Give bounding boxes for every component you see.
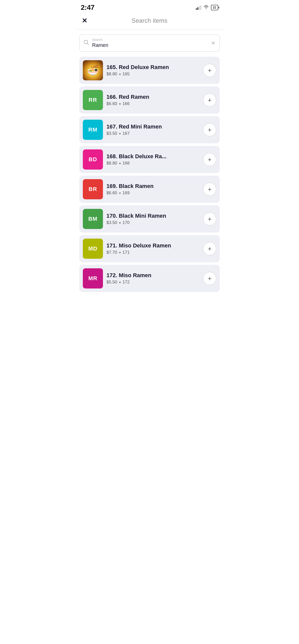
item-avatar: BR: [83, 179, 103, 199]
list-item: BR 169. Black Ramen $6.60 169 +: [79, 176, 220, 203]
item-name: 169. Black Ramen: [106, 183, 200, 190]
add-item-button[interactable]: +: [203, 123, 216, 136]
item-info: 167. Red Mini Ramen $3.50 167: [106, 123, 200, 136]
add-item-button[interactable]: +: [203, 242, 216, 255]
item-price: $6.60: [106, 101, 117, 106]
add-item-button[interactable]: +: [203, 153, 216, 166]
list-item: MD 171. Miso Deluxe Ramen $7.70 171 +: [79, 235, 220, 262]
search-container: Search Ramen ✕: [75, 29, 224, 54]
item-info: 166. Red Ramen $6.60 166: [106, 93, 200, 107]
status-icons: 21: [196, 5, 218, 10]
list-item: RM 167. Red Mini Ramen $3.50 167 +: [79, 116, 220, 143]
item-meta: $8.80 165: [106, 72, 200, 77]
item-dot: [119, 192, 121, 194]
item-info: 172. Miso Ramen $5.50 172: [106, 272, 200, 285]
item-dot: [119, 133, 121, 134]
item-dot: [119, 103, 121, 105]
wifi-icon: [203, 5, 209, 10]
item-avatar: MD: [83, 239, 103, 259]
page-header: ✕ Search items: [75, 14, 224, 29]
item-dot: [119, 222, 121, 223]
item-code: 171: [123, 250, 130, 255]
item-info: 169. Black Ramen $6.60 169: [106, 183, 200, 196]
item-meta: $3.50 170: [106, 220, 200, 225]
item-meta: $3.50 167: [106, 131, 200, 136]
item-name: 172. Miso Ramen: [106, 272, 200, 279]
status-time: 2:47: [81, 4, 94, 12]
item-dot: [119, 163, 121, 164]
svg-line-1: [87, 43, 89, 45]
item-name: 168. Black Deluxe Ra...: [106, 153, 200, 160]
item-meta: $6.60 169: [106, 190, 200, 196]
list-item: RR 166. Red Ramen $6.60 166 +: [79, 86, 220, 114]
items-list: 165. Red Deluxe Ramen $8.80 165 + RR 166…: [75, 54, 224, 297]
item-code: 169: [123, 190, 130, 196]
item-name: 170. Black Mini Ramen: [106, 212, 200, 219]
search-input-area[interactable]: Search Ramen: [92, 38, 208, 48]
item-price: $6.60: [106, 190, 117, 196]
list-item: BD 168. Black Deluxe Ra... $8.80 168 +: [79, 146, 220, 173]
add-item-button[interactable]: +: [203, 272, 216, 285]
item-code: 168: [123, 161, 130, 166]
add-item-button[interactable]: +: [203, 93, 216, 107]
battery-level: 21: [213, 6, 216, 9]
item-info: 170. Black Mini Ramen $3.50 170: [106, 212, 200, 226]
item-meta: $5.50 172: [106, 280, 200, 285]
item-avatar: [83, 60, 103, 80]
search-icon: [84, 40, 89, 46]
item-dot: [119, 74, 121, 75]
item-price: $8.80: [106, 72, 117, 77]
item-name: 167. Red Mini Ramen: [106, 123, 200, 130]
item-info: 165. Red Deluxe Ramen $8.80 165: [106, 64, 200, 77]
item-info: 168. Black Deluxe Ra... $8.80 168: [106, 153, 200, 166]
item-code: 172: [123, 280, 130, 285]
add-item-button[interactable]: +: [203, 212, 216, 226]
item-price: $5.50: [106, 280, 117, 285]
item-avatar: MR: [83, 268, 103, 288]
item-meta: $8.80 168: [106, 161, 200, 166]
item-avatar: RR: [83, 90, 103, 110]
item-avatar: BD: [83, 149, 103, 170]
item-avatar: RM: [83, 120, 103, 140]
page-title: Search items: [132, 17, 167, 24]
search-box[interactable]: Search Ramen ✕: [79, 35, 220, 52]
add-item-button[interactable]: +: [203, 64, 216, 77]
status-bar: 2:47 21: [75, 0, 224, 14]
add-item-button[interactable]: +: [203, 183, 216, 196]
item-meta: $6.60 166: [106, 101, 200, 106]
close-button[interactable]: ✕: [81, 16, 88, 25]
item-price: $3.50: [106, 220, 117, 225]
item-name: 171. Miso Deluxe Ramen: [106, 242, 200, 249]
item-avatar: BM: [83, 209, 103, 229]
item-code: 166: [123, 101, 130, 106]
item-meta: $7.70 171: [106, 250, 200, 255]
item-price: $3.50: [106, 131, 117, 136]
item-dot: [119, 252, 121, 253]
search-clear-button[interactable]: ✕: [211, 40, 215, 46]
item-dot: [119, 282, 121, 283]
search-label: Search: [92, 38, 208, 42]
list-item: BM 170. Black Mini Ramen $3.50 170 +: [79, 205, 220, 233]
item-code: 170: [123, 220, 130, 225]
list-item: MR 172. Miso Ramen $5.50 172 +: [79, 265, 220, 292]
battery-icon: 21: [211, 5, 218, 10]
item-name: 165. Red Deluxe Ramen: [106, 64, 200, 71]
item-code: 165: [123, 72, 130, 77]
search-value: Ramen: [92, 42, 208, 48]
item-price: $7.70: [106, 250, 117, 255]
item-code: 167: [123, 131, 130, 136]
item-price: $8.80: [106, 161, 117, 166]
list-item: 165. Red Deluxe Ramen $8.80 165 +: [79, 57, 220, 84]
signal-icon: [196, 5, 201, 10]
item-name: 166. Red Ramen: [106, 93, 200, 101]
item-info: 171. Miso Deluxe Ramen $7.70 171: [106, 242, 200, 255]
